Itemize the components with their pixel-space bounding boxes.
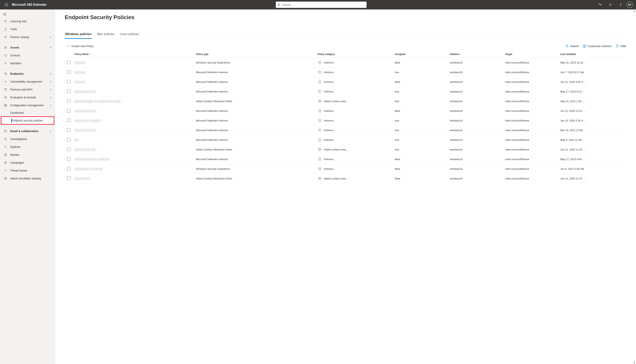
table-row[interactable]: obscured text hereAttack Surface Reducti…: [65, 145, 626, 154]
sidebar-item-devices[interactable]: Devices: [0, 52, 55, 59]
search-input[interactable]: [282, 3, 365, 6]
cell-policy-type: Microsoft Defender Antivirus: [196, 71, 318, 74]
cell-target: mdm,microsoftSense: [505, 158, 560, 161]
table-row[interactable]: obscured text hereMicrosoft Defender Ant…: [65, 106, 626, 116]
sidebar-item-attack-simulation-training[interactable]: Attack simulation training: [0, 174, 55, 182]
table-row[interactable]: obscured text content abWindows Security…: [65, 164, 626, 174]
sidebar-item-partners-and-apis[interactable]: Partners and APIs: [0, 86, 55, 94]
help-button[interactable]: [616, 0, 625, 10]
sidebar-nav: Learning hubTrialsPartner catalogAssetsD…: [0, 10, 55, 364]
sidebar-item-review[interactable]: Review: [0, 151, 55, 159]
cell-platform: windows10: [450, 80, 505, 84]
row-checkbox[interactable]: [67, 148, 71, 151]
row-checkbox[interactable]: [67, 80, 71, 84]
table-row[interactable]: obscuredMicrosoft Defender AntivirusAnti…: [65, 77, 626, 87]
row-checkbox[interactable]: [67, 118, 71, 122]
table-row[interactable]: obscured text more content abMicrosoft D…: [65, 154, 626, 164]
sidebar-item-evaluation-tutorials[interactable]: Evaluation & tutorials: [0, 94, 55, 101]
create-policy-button[interactable]: ＋ Create new Policy: [65, 44, 94, 48]
category-badge: Antivirus: [317, 128, 334, 132]
table-row[interactable]: obsMicrosoft Defender AntivirusAntivirus…: [65, 135, 626, 145]
assets-icon: [4, 46, 8, 50]
sidebar-item-vulnerability-management[interactable]: Vulnerability management: [0, 78, 55, 86]
filter-icon: [616, 44, 619, 48]
cell-modified: May 17, 2023 8:14 …: [560, 90, 626, 93]
toolbar: ＋ Create new Policy Search Customize col…: [65, 42, 626, 51]
sidebar-item-assets[interactable]: Assets: [0, 44, 55, 52]
global-search[interactable]: [276, 2, 367, 8]
sidebar-item-learning-hub[interactable]: Learning hub: [0, 17, 55, 25]
column-header-name[interactable]: Policy Name ↑: [75, 53, 196, 56]
customize-columns-button[interactable]: Customize columns: [583, 44, 612, 48]
svg-rect-40: [4, 106, 5, 106]
table-row[interactable]: obscured text sample aMicrosoft Defender…: [65, 116, 626, 126]
cell-assigned: true: [395, 148, 450, 151]
settings-button[interactable]: [606, 0, 615, 10]
column-header-modified[interactable]: Last modified: [560, 53, 626, 56]
scroll-down-arrow[interactable]: ▾: [633, 361, 635, 364]
svg-line-10: [280, 5, 280, 6]
user-avatar[interactable]: SA: [626, 2, 633, 8]
row-checkbox[interactable]: [67, 128, 71, 132]
policy-name-obscured: obscured: [75, 61, 85, 64]
sidebar-item-investigations[interactable]: Investigations: [0, 135, 55, 143]
sidebar-toggle[interactable]: [0, 11, 55, 17]
table-row[interactable]: obscured longer text content here shownA…: [65, 96, 626, 106]
chevron-down-icon: [50, 96, 52, 98]
tab-windows-policies[interactable]: Windows policies: [65, 30, 92, 39]
row-checkbox[interactable]: [67, 60, 71, 64]
row-checkbox[interactable]: [67, 157, 71, 161]
sidebar-item-configuration-management[interactable]: Configuration management: [0, 101, 55, 109]
search-button[interactable]: Search: [565, 44, 579, 48]
community-button[interactable]: [596, 0, 604, 10]
sidebar-item-threat-tracker[interactable]: Threat tracker: [0, 166, 55, 174]
column-header-type[interactable]: Policy type: [196, 53, 318, 56]
sidebar-item-partner-catalog[interactable]: Partner catalog: [0, 33, 55, 41]
column-header-platform[interactable]: Platform: [450, 53, 505, 56]
row-checkbox[interactable]: [67, 176, 71, 180]
cell-category: Antivirus: [324, 138, 334, 142]
sidebar-item-dashboard[interactable]: Dashboard: [0, 109, 55, 116]
category-badge: Attack surface redu…: [317, 176, 348, 181]
svg-rect-36: [4, 96, 7, 98]
cell-category: Attack surface redu…: [324, 177, 348, 180]
row-checkbox[interactable]: [67, 70, 71, 74]
filter-button[interactable]: Filter: [616, 44, 626, 48]
row-checkbox[interactable]: [67, 99, 71, 103]
sidebar-item-campaigns[interactable]: Campaigns: [0, 159, 55, 166]
sidebar-item-trials[interactable]: Trials: [0, 25, 55, 33]
tab-linux-policies[interactable]: Linux policies: [120, 30, 139, 39]
cell-platform: windows10: [450, 138, 505, 142]
sidebar-item-label: Endpoint security policies: [12, 119, 43, 122]
sidebar-item-email-collaboration[interactable]: Email & collaboration: [0, 127, 55, 135]
sidebar-item-explorer[interactable]: Explorer: [0, 143, 55, 151]
sidebar-item-endpoint-security-policies[interactable]: Endpoint security policies: [2, 117, 54, 124]
row-checkbox[interactable]: [67, 90, 71, 93]
column-header-assigned[interactable]: Assigned: [395, 53, 450, 56]
table-row[interactable]: obscured text hereMicrosoft Defender Ant…: [65, 126, 626, 135]
shield-icon: [317, 60, 322, 65]
row-checkbox[interactable]: [67, 138, 71, 142]
sidebar-item-label: Assets: [10, 46, 19, 49]
table-row[interactable]: obscured text hereMicrosoft Defender Ant…: [65, 87, 626, 96]
cell-modified: Jun 12, 2023 12:51 …: [560, 110, 626, 112]
app-launcher-button[interactable]: [2, 3, 11, 6]
table-row[interactable]: obscured textAttack Surface Reduction Ru…: [65, 174, 626, 184]
column-header-target[interactable]: Target: [505, 53, 560, 56]
column-header-category[interactable]: Policy category: [317, 53, 395, 56]
cell-platform: windows10: [450, 129, 505, 132]
scroll-up-arrow[interactable]: ▴: [633, 10, 635, 12]
sidebar-item-label: Vulnerability management: [10, 80, 42, 83]
row-checkbox[interactable]: [67, 109, 71, 112]
sidebar-item-identities[interactable]: Identities: [0, 59, 55, 67]
cell-platform: windows10: [450, 158, 505, 161]
table-row[interactable]: obscuredWindows Security ExperienceAntiv…: [65, 58, 626, 68]
table-row[interactable]: obscuredMicrosoft Defender AntivirusAnti…: [65, 68, 626, 77]
sidebar-item-endpoints[interactable]: Endpoints: [0, 70, 55, 78]
row-checkbox[interactable]: [67, 167, 71, 170]
category-badge: Antivirus: [317, 138, 334, 142]
cell-assigned: false: [395, 110, 450, 112]
tab-mac-policies[interactable]: Mac policies: [97, 30, 115, 39]
community-icon: [598, 3, 602, 6]
policy-name-obscured: obscured text sample a: [75, 119, 101, 122]
